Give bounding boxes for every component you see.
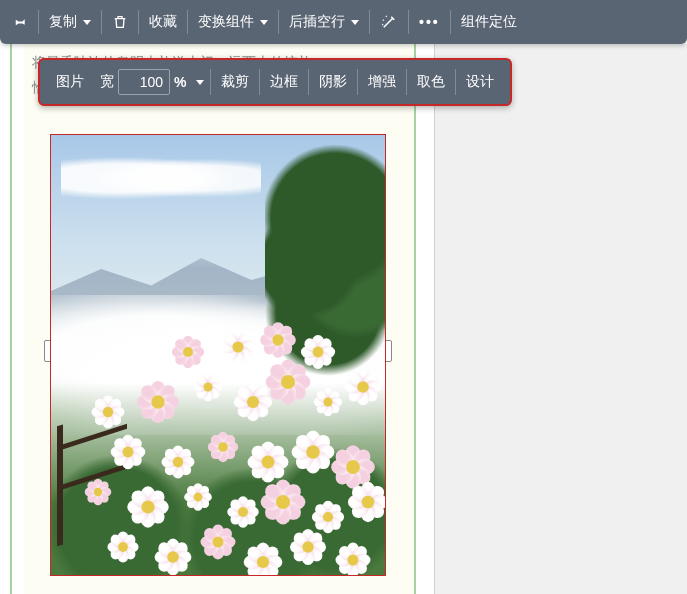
- image-toolbar: 图片 宽 % 裁剪 边框 阴影 增强 取色 设计: [38, 58, 512, 106]
- component-locate-label: 组件定位: [461, 13, 517, 31]
- shadow-label: 阴影: [319, 73, 347, 91]
- decorative-cloud: [61, 153, 261, 203]
- separator: [101, 10, 102, 34]
- enhance-label: 增强: [368, 73, 396, 91]
- pick-color-button[interactable]: 取色: [407, 60, 455, 104]
- copy-label: 复制: [49, 13, 77, 31]
- crop-button[interactable]: 裁剪: [211, 60, 259, 104]
- separator: [369, 10, 370, 34]
- separator: [187, 10, 188, 34]
- main-toolbar: 复制 收藏 变换组件 后插空行 ••• 组件定位: [0, 0, 687, 44]
- unit-label: %: [174, 74, 186, 90]
- transform-component-label: 变换组件: [198, 13, 254, 31]
- left-gutter-inner: [12, 44, 24, 594]
- favorite-button[interactable]: 收藏: [141, 0, 185, 44]
- enhance-button[interactable]: 增强: [358, 60, 406, 104]
- selected-image[interactable]: [50, 134, 386, 576]
- pick-color-label: 取色: [417, 73, 445, 91]
- separator: [38, 10, 39, 34]
- chevron-down-icon: [260, 20, 268, 25]
- delete-button[interactable]: [104, 0, 136, 44]
- design-label: 设计: [466, 73, 494, 91]
- component-locate-button[interactable]: 组件定位: [453, 0, 525, 44]
- right-panel: [434, 44, 687, 594]
- separator: [278, 10, 279, 34]
- favorite-label: 收藏: [149, 13, 177, 31]
- chevron-down-icon: [83, 20, 91, 25]
- more-button[interactable]: •••: [411, 0, 448, 44]
- width-label: 宽: [100, 73, 114, 91]
- design-button[interactable]: 设计: [456, 60, 504, 104]
- width-group: 宽 %: [94, 69, 210, 95]
- more-dots-icon: •••: [419, 14, 440, 30]
- shadow-button[interactable]: 阴影: [309, 60, 357, 104]
- magic-wand-button[interactable]: [372, 0, 406, 44]
- insert-blank-after-label: 后插空行: [289, 13, 345, 31]
- transform-component-button[interactable]: 变换组件: [190, 0, 276, 44]
- column-gap: [416, 44, 434, 594]
- copy-button[interactable]: 复制: [41, 0, 99, 44]
- crop-label: 裁剪: [221, 73, 249, 91]
- separator: [408, 10, 409, 34]
- insert-blank-after-button[interactable]: 后插空行: [281, 0, 367, 44]
- width-input[interactable]: [118, 69, 170, 95]
- left-gutter: [0, 44, 12, 594]
- border-button[interactable]: 边框: [260, 60, 308, 104]
- separator: [450, 10, 451, 34]
- image-toolbar-title: 图片: [46, 73, 94, 91]
- chevron-down-icon[interactable]: [196, 80, 204, 85]
- border-label: 边框: [270, 73, 298, 91]
- separator: [138, 10, 139, 34]
- chevron-down-icon: [351, 20, 359, 25]
- pin-icon[interactable]: [4, 0, 36, 44]
